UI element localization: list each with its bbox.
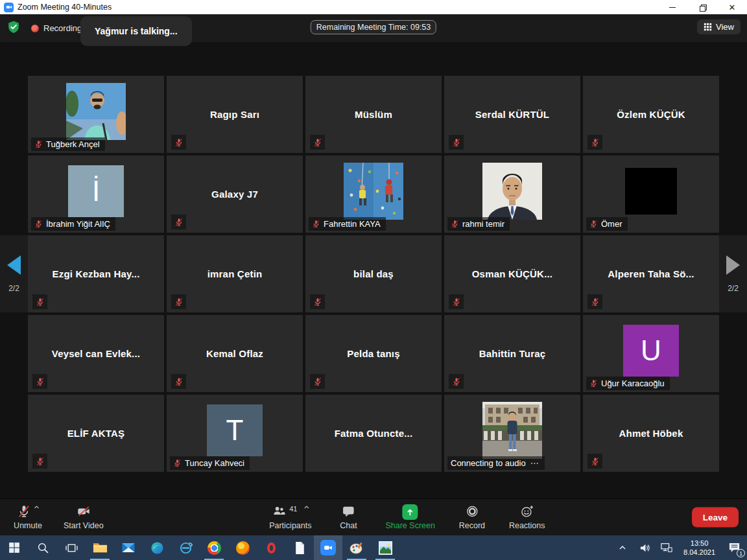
- minimize-button[interactable]: [658, 0, 687, 14]
- participant-tile[interactable]: Kemal Oflaz: [167, 315, 303, 392]
- participant-tile[interactable]: Ragıp Sarı: [167, 76, 303, 153]
- mail-app-button[interactable]: [114, 535, 143, 560]
- zoom-app-icon: [4, 3, 14, 12]
- participant-tile[interactable]: U Uğur Karacaoğlu: [583, 315, 719, 392]
- next-page-nav[interactable]: 2/2: [719, 235, 747, 312]
- photos-icon: [379, 541, 392, 555]
- participant-name-label: Connecting to audio: [451, 458, 526, 468]
- taskbar-search-button[interactable]: [29, 535, 57, 560]
- participant-name-center: Ahmet Höbek: [583, 395, 719, 472]
- participant-name-center: Osman KÜÇÜK...: [444, 235, 580, 312]
- task-view-button[interactable]: [57, 535, 86, 560]
- participant-tile[interactable]: Tuğberk Ançel: [28, 76, 164, 153]
- record-button[interactable]: Record: [455, 504, 490, 530]
- participant-tile[interactable]: Alperen Taha Sö...: [583, 235, 719, 312]
- participant-tile[interactable]: Ömer: [583, 156, 719, 233]
- edge-browser-button[interactable]: [143, 535, 171, 560]
- participants-options-chevron-icon[interactable]: [303, 504, 309, 510]
- participant-tile[interactable]: imran Çetin: [167, 235, 303, 312]
- restore-button[interactable]: [687, 0, 717, 14]
- participant-name-chip: Tuğberk Ançel: [31, 137, 105, 151]
- network-button[interactable]: [656, 535, 678, 560]
- muted-mic-indicator: [587, 294, 602, 309]
- remaining-time-badge: Remaining Meeting Time: 09:53: [311, 20, 436, 34]
- recording-label: Recording: [43, 23, 82, 33]
- taskbar-clock[interactable]: 13:50 8.04.2021: [678, 535, 721, 560]
- participant-tile[interactable]: Serdal KÜRTÜL: [444, 76, 580, 153]
- share-screen-button[interactable]: Share Screen: [385, 504, 434, 530]
- next-page-arrow-icon: [726, 255, 740, 275]
- participant-tile[interactable]: ELİF AKTAŞ: [28, 395, 164, 472]
- participants-icon: [271, 504, 287, 519]
- participant-name-center: Galaxy J7: [167, 156, 303, 233]
- participant-name-center: Bahittin Turaç: [444, 315, 580, 392]
- participant-tile[interactable]: Ahmet Höbek: [583, 395, 719, 472]
- mail-icon: [121, 541, 136, 554]
- participant-tile[interactable]: Bahittin Turaç: [444, 315, 580, 392]
- reactions-button[interactable]: Reactions: [509, 504, 545, 530]
- participant-grid: Tuğberk Ançel Ragıp Sarı Müslüm Serdal K…: [0, 42, 747, 472]
- previous-page-nav[interactable]: 2/2: [0, 235, 28, 312]
- participant-tile[interactable]: Pelda tanış: [305, 315, 442, 392]
- notepad-button[interactable]: [285, 535, 314, 560]
- muted-mic-indicator: [171, 294, 186, 309]
- photos-app-button[interactable]: [371, 535, 399, 560]
- chrome-icon: [208, 541, 221, 555]
- unmute-options-chevron-icon[interactable]: [34, 504, 40, 510]
- share-screen-icon: [403, 504, 418, 520]
- chat-button[interactable]: Chat: [331, 504, 366, 530]
- participants-button[interactable]: 41 Participants: [269, 504, 311, 530]
- participant-avatar: [625, 168, 677, 215]
- participant-name-center: Serdal KÜRTÜL: [444, 76, 580, 153]
- participant-tile[interactable]: Galaxy J7: [167, 156, 303, 233]
- participant-tile[interactable]: İ İbrahim Yiğit AlIÇ: [28, 156, 164, 233]
- muted-mic-icon: [17, 504, 31, 519]
- participant-tile[interactable]: Ezgi Kezban Hay...: [28, 235, 164, 312]
- firefox-browser-button[interactable]: [228, 535, 257, 560]
- participant-tile[interactable]: Fatma Otuncte...: [305, 395, 442, 472]
- grid-view-icon: [704, 23, 712, 31]
- recording-indicator[interactable]: Recording: [31, 23, 82, 33]
- participant-tile[interactable]: rahmi temir: [444, 156, 580, 233]
- unmute-button[interactable]: Unmute: [10, 504, 45, 530]
- muted-mic-icon: [589, 379, 598, 388]
- muted-mic-icon: [34, 220, 43, 228]
- participant-tile[interactable]: Veysel can Evlek...: [28, 315, 164, 392]
- opera-browser-button[interactable]: [257, 535, 285, 560]
- participant-avatar: U: [623, 325, 679, 377]
- participant-tile[interactable]: Fahrettin KAYA: [305, 156, 442, 233]
- file-explorer-button[interactable]: [86, 535, 114, 560]
- connecting-ellipsis-icon: ⋯: [530, 458, 540, 468]
- encryption-shield-icon[interactable]: [6, 20, 21, 37]
- restore-icon: [700, 5, 706, 10]
- leave-button[interactable]: Leave: [692, 508, 739, 528]
- participant-name-chip: Uğur Karacaoğlu: [586, 377, 670, 390]
- participant-tile[interactable]: Osman KÜÇÜK...: [444, 235, 580, 312]
- start-button[interactable]: [0, 535, 29, 560]
- participant-tile[interactable]: T Tuncay Kahveci: [167, 395, 303, 472]
- participant-tile[interactable]: Müslüm: [305, 76, 442, 153]
- view-button[interactable]: View: [697, 19, 741, 34]
- paint-app-button[interactable]: [342, 535, 371, 560]
- participant-name-label: rahmi temir: [462, 219, 504, 229]
- participant-name-label: Fahrettin KAYA: [324, 219, 381, 229]
- participant-tile[interactable]: Connecting to audio ⋯: [444, 395, 580, 472]
- network-icon: [661, 542, 672, 553]
- system-tray: 13:50 8.04.2021 1: [611, 535, 747, 560]
- muted-mic-indicator: [310, 135, 325, 150]
- start-video-button[interactable]: Start Video: [64, 504, 104, 530]
- muted-mic-indicator: [310, 294, 325, 309]
- close-button[interactable]: ✕: [717, 0, 747, 14]
- muted-mic-icon: [451, 220, 459, 228]
- participant-tile[interactable]: bilal daş: [305, 235, 442, 312]
- zoom-taskbar-button[interactable]: [314, 535, 342, 560]
- muted-mic-icon: [589, 220, 598, 228]
- action-center-button[interactable]: 1: [721, 535, 747, 560]
- tray-chevron-button[interactable]: [611, 535, 634, 560]
- record-label: Record: [459, 521, 485, 530]
- volume-button[interactable]: [634, 535, 656, 560]
- internet-explorer-button[interactable]: [171, 535, 200, 560]
- chrome-browser-button[interactable]: [200, 535, 228, 560]
- toolbar-center-group: 41 Participants Chat Share Screen: [269, 504, 545, 530]
- participant-tile[interactable]: Özlem KÜÇÜK: [583, 76, 719, 153]
